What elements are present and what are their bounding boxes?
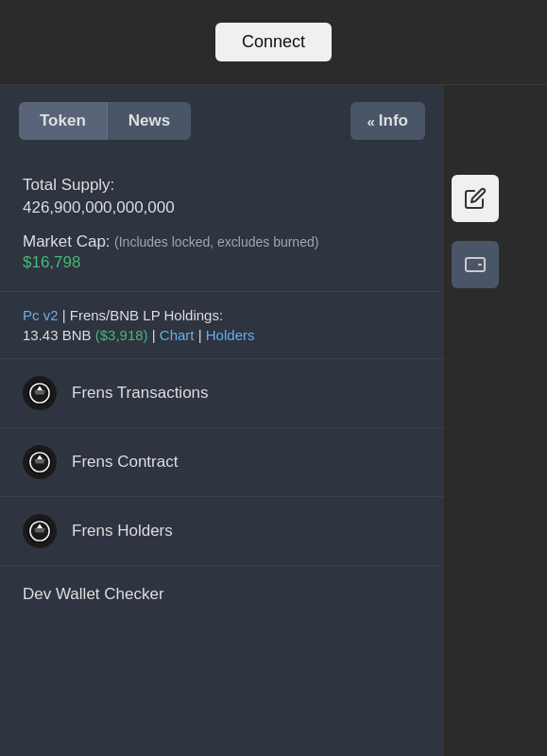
frens-holders-label: Frens Holders <box>72 522 173 541</box>
tab-token[interactable]: Token <box>19 102 108 140</box>
frens-contract-icon <box>23 445 57 479</box>
connect-button[interactable]: Connect <box>215 23 332 61</box>
lp-separator3: | <box>198 327 206 343</box>
wallet-icon-button[interactable] <box>452 241 499 288</box>
tab-row: Token News « Info <box>0 85 444 157</box>
main-content: Token News « Info Total Supply: 426,900,… <box>0 85 444 756</box>
tab-news[interactable]: News <box>108 102 191 140</box>
menu-item-dev-wallet[interactable]: Dev Wallet Checker <box>0 566 444 623</box>
tab-group: Token News <box>19 102 191 140</box>
total-supply-label: Total Supply: <box>23 176 421 195</box>
top-bar: Connect <box>0 0 547 85</box>
menu-item-frens-transactions[interactable]: Frens Transactions <box>0 359 444 428</box>
pc-v2-link[interactable]: Pc v2 <box>23 307 59 323</box>
lp-holdings-label: Frens/BNB LP Holdings: <box>70 307 223 323</box>
frens-contract-label: Frens Contract <box>72 453 178 472</box>
frens-transactions-label: Frens Transactions <box>72 384 209 403</box>
market-cap-label: Market Cap: <box>23 232 111 250</box>
usd-amount: ($3,918) <box>95 327 148 343</box>
tab-info[interactable]: « Info <box>350 102 426 140</box>
total-supply-value: 426,900,000,000,000 <box>23 198 421 217</box>
frens-holders-icon <box>23 514 57 548</box>
dev-wallet-label: Dev Wallet Checker <box>23 585 164 604</box>
menu-item-frens-contract[interactable]: Frens Contract <box>0 428 444 497</box>
info-section: Total Supply: 426,900,000,000,000 Market… <box>0 157 444 292</box>
bnb-amount: 13.43 BNB <box>23 327 92 343</box>
lp-values: 13.43 BNB ($3,918) | Chart | Holders <box>23 327 421 343</box>
holders-link[interactable]: Holders <box>206 327 255 343</box>
pencil-icon-button[interactable] <box>452 175 499 222</box>
chart-link[interactable]: Chart <box>160 327 195 343</box>
info-label: Info <box>379 112 408 130</box>
menu-item-frens-holders[interactable]: Frens Holders <box>0 497 444 566</box>
frens-transactions-icon <box>23 376 57 410</box>
menu-items: Frens Transactions Frens Contract <box>0 359 444 623</box>
lp-separator: | <box>62 307 70 323</box>
market-cap-value: $16,798 <box>23 253 421 272</box>
chevrons-icon: « <box>368 113 375 129</box>
market-cap-note: (Includes locked, excludes burned) <box>114 234 318 249</box>
lp-section: Pc v2 | Frens/BNB LP Holdings: 13.43 BNB… <box>0 292 444 359</box>
lp-header: Pc v2 | Frens/BNB LP Holdings: <box>23 307 421 323</box>
lp-separator2: | <box>152 327 160 343</box>
